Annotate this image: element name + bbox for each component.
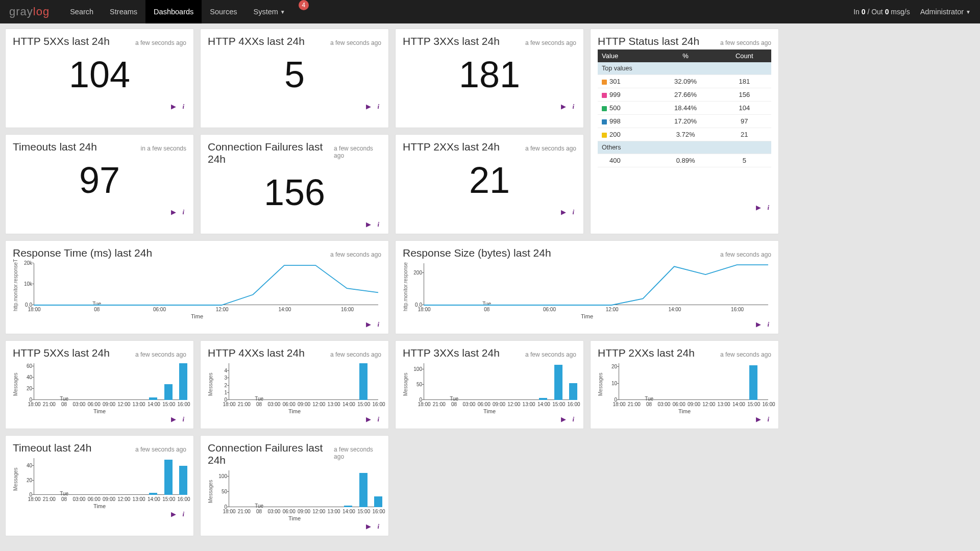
table-row[interactable]: 2003.72%21 [598, 128, 771, 141]
y-axis-label: Messages [13, 456, 18, 502]
widget-connfail-bar: Connection Failures last 24ha few second… [200, 435, 389, 536]
throughput-status: In 0 / Out 0 msg/s [853, 8, 910, 16]
play-icon[interactable]: ▶ [366, 522, 371, 531]
nav-dashboards[interactable]: Dashboards [145, 0, 202, 23]
widget-value: 156 [208, 167, 381, 219]
bar-chart: 020406018:0021:00Tue 0803:0006:0009:0012… [18, 361, 186, 407]
y-axis-label: http.monitor.responseT [13, 261, 18, 312]
play-icon[interactable]: ▶ [561, 415, 566, 423]
widget-5xx-bar: HTTP 5XXs last 24ha few seconds ago Mess… [5, 340, 194, 429]
info-icon[interactable]: i [572, 103, 574, 111]
nav-system-label: System [254, 8, 278, 16]
nav-system[interactable]: System ▼ [246, 0, 293, 23]
play-icon[interactable]: ▶ [171, 103, 176, 111]
table-row[interactable]: 99927.66%156 [598, 88, 771, 102]
x-axis-label: Time [403, 408, 576, 414]
widget-http-3xx-count: HTTP 3XXs last 24ha few seconds ago 181 … [395, 29, 584, 128]
col-value: Value [598, 49, 654, 62]
info-icon[interactable]: i [377, 320, 379, 329]
info-icon[interactable]: i [767, 320, 769, 329]
play-icon[interactable]: ▶ [561, 208, 566, 216]
brand-logo[interactable]: graylog [9, 5, 50, 18]
x-axis-label: Time [598, 408, 771, 414]
notification-badge[interactable]: 4 [299, 0, 309, 10]
widget-http-4xx-count: HTTP 4XXs last 24ha few seconds ago 5 ▶i [200, 29, 389, 128]
widget-title: HTTP 2XXs last 24h [403, 141, 500, 153]
info-icon[interactable]: i [182, 208, 184, 216]
col-count: Count [718, 49, 771, 62]
play-icon[interactable]: ▶ [756, 204, 761, 212]
x-axis-label: Time [208, 515, 381, 521]
widget-time: a few seconds ago [330, 351, 381, 358]
play-icon[interactable]: ▶ [366, 103, 371, 111]
nav-search[interactable]: Search [62, 0, 102, 23]
info-icon[interactable]: i [767, 415, 769, 423]
widget-value: 104 [13, 49, 186, 102]
caret-down-icon: ▼ [280, 9, 285, 15]
nav-sources[interactable]: Sources [202, 0, 245, 23]
line-chart: 0.020018:00Tue 0806:0012:0014:0016:00 [408, 261, 771, 312]
table-row[interactable]: 30132.09%181 [598, 75, 771, 88]
nav-streams[interactable]: Streams [102, 0, 145, 23]
table-row[interactable]: 50018.44%104 [598, 102, 771, 115]
play-icon[interactable]: ▶ [171, 510, 176, 518]
y-axis-label: Messages [208, 468, 213, 514]
table-row[interactable]: 4000.89%5 [598, 154, 771, 167]
info-icon[interactable]: i [182, 103, 184, 111]
widget-timeout-bar: Timeout last 24ha few seconds ago Messag… [5, 435, 194, 536]
widget-title: HTTP 3XXs last 24h [403, 347, 500, 359]
nav-right: In 0 / Out 0 msg/s Administrator ▼ [853, 8, 971, 16]
info-icon[interactable]: i [572, 208, 574, 216]
widget-time: a few seconds ago [330, 39, 381, 46]
table-row[interactable]: 99817.20%97 [598, 115, 771, 128]
widget-title: HTTP 5XXs last 24h [13, 347, 110, 359]
y-axis-label: Messages [208, 361, 213, 407]
widget-time: a few seconds ago [525, 351, 576, 358]
play-icon[interactable]: ▶ [561, 103, 566, 111]
info-icon[interactable]: i [377, 220, 379, 229]
line-chart: 0.010k20k18:00Tue 0806:0012:0014:0016:00 [18, 261, 381, 312]
x-axis-label: Time [13, 313, 381, 319]
play-icon[interactable]: ▶ [366, 320, 371, 329]
widget-title: Connection Failures last 24h [208, 141, 334, 165]
info-icon[interactable]: i [182, 415, 184, 423]
widget-time: a few seconds ago [525, 145, 576, 152]
play-icon[interactable]: ▶ [171, 415, 176, 423]
widget-response-time-chart: Response Time (ms) last 24ha few seconds… [5, 240, 389, 334]
widget-time: a few seconds ago [135, 446, 186, 453]
play-icon[interactable]: ▶ [756, 415, 761, 423]
info-icon[interactable]: i [182, 510, 184, 518]
info-icon[interactable]: i [767, 204, 769, 212]
y-axis-label: Messages [403, 361, 408, 407]
widget-4xx-bar: HTTP 4XXs last 24ha few seconds ago Mess… [200, 340, 389, 429]
play-icon[interactable]: ▶ [756, 320, 761, 329]
y-axis-label: Messages [598, 361, 603, 407]
status-table: Value % Count Top values30132.09%1819992… [598, 49, 771, 167]
widget-title: HTTP 4XXs last 24h [208, 347, 305, 359]
widget-time: a few seconds ago [330, 251, 381, 258]
bar-chart: 0102018:0021:00Tue 0803:0006:0009:0012:0… [603, 361, 771, 407]
bar-chart: 0123418:0021:00Tue 0803:0006:0009:0012:0… [213, 361, 381, 407]
widget-http-2xx-count: HTTP 2XXs last 24ha few seconds ago 21 ▶… [395, 134, 584, 234]
play-icon[interactable]: ▶ [366, 220, 371, 229]
info-icon[interactable]: i [377, 103, 379, 111]
play-icon[interactable]: ▶ [171, 208, 176, 216]
info-icon[interactable]: i [377, 522, 379, 531]
widget-time: a few seconds ago [720, 351, 771, 358]
widget-value: 5 [208, 49, 381, 102]
widget-title: Response Size (bytes) last 24h [403, 247, 551, 259]
x-axis-label: Time [208, 408, 381, 414]
widget-value: 181 [403, 49, 576, 102]
info-icon[interactable]: i [377, 415, 379, 423]
widget-time: a few seconds ago [525, 39, 576, 46]
play-icon[interactable]: ▶ [366, 415, 371, 423]
widget-http-status-table: HTTP Status last 24ha few seconds ago Va… [590, 29, 779, 234]
widget-title: Connection Failures last 24h [208, 442, 334, 466]
info-icon[interactable]: i [572, 415, 574, 423]
widget-3xx-bar: HTTP 3XXs last 24ha few seconds ago Mess… [395, 340, 584, 429]
dashboard-grid: HTTP 5XXs last 24ha few seconds ago 104 … [0, 23, 980, 541]
admin-menu[interactable]: Administrator ▼ [920, 8, 971, 16]
widget-time: a few seconds ago [720, 251, 771, 258]
widget-title: Timeouts last 24h [13, 141, 97, 153]
widget-title: Timeout last 24h [13, 442, 91, 454]
